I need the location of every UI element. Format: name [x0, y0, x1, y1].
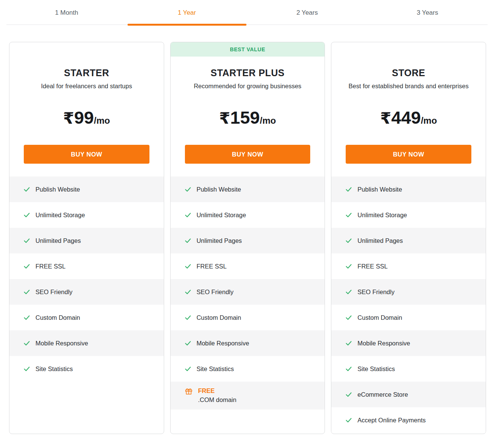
feature-label: Unlimited Pages	[357, 237, 403, 244]
feature-row: Publish Website	[9, 176, 164, 202]
check-icon	[185, 340, 191, 347]
feature-label: Unlimited Storage	[197, 212, 246, 219]
feature-row: Publish Website	[171, 176, 325, 202]
feature-label: Custom Domain	[357, 314, 402, 321]
best-value-badge: BEST VALUE	[171, 42, 325, 57]
feature-label: Site Statistics	[35, 365, 73, 373]
feature-label: Custom Domain	[197, 314, 241, 321]
gift-icon	[185, 387, 193, 396]
plan-tagline: Best for established brands and enterpri…	[331, 83, 486, 90]
check-icon	[23, 212, 30, 218]
feature-label: Unlimited Storage	[357, 212, 407, 219]
feature-list: Publish WebsiteUnlimited StorageUnlimite…	[171, 176, 325, 410]
feature-list: Publish WebsiteUnlimited StorageUnlimite…	[9, 176, 164, 382]
badge-spacer	[9, 42, 164, 57]
feature-label: Site Statistics	[357, 365, 395, 373]
price-amount: 99	[74, 107, 94, 127]
price-amount: 159	[230, 107, 260, 127]
check-icon	[185, 212, 191, 218]
feature-row: Mobile Responsive	[9, 330, 164, 356]
price-period: /mo	[260, 115, 276, 126]
currency-symbol: ₹	[63, 109, 74, 127]
feature-label: .COM domain	[198, 395, 237, 405]
feature-row: Unlimited Pages	[9, 228, 164, 253]
feature-label: SEO Friendly	[35, 288, 72, 296]
feature-row: Accept Online Payments	[331, 407, 486, 433]
feature-row: Publish Website	[331, 176, 486, 202]
check-icon	[345, 263, 352, 270]
check-icon	[345, 365, 352, 372]
check-icon	[23, 365, 30, 372]
check-icon	[23, 314, 30, 321]
feature-row: Unlimited Pages	[331, 228, 486, 253]
feature-row: SEO Friendly	[171, 279, 325, 305]
buy-now-button-store[interactable]: BUY NOW	[346, 145, 471, 164]
check-icon	[185, 186, 191, 193]
feature-label: Mobile Responsive	[357, 340, 410, 347]
plan-card-starter: STARTER Ideal for freelancers and startu…	[9, 42, 164, 434]
currency-symbol: ₹	[380, 109, 391, 127]
feature-row: Site Statistics	[171, 356, 325, 382]
feature-row: FREE SSL	[171, 253, 325, 279]
feature-label: Unlimited Pages	[35, 237, 81, 244]
plan-tagline: Ideal for freelancers and startups	[9, 83, 164, 90]
plan-name: STARTER PLUS	[171, 68, 325, 78]
tab-2-years[interactable]: 2 Years	[247, 0, 368, 25]
pricing-cards: STARTER Ideal for freelancers and startu…	[9, 42, 486, 434]
feature-label: Site Statistics	[197, 365, 234, 373]
plan-card-starter-plus: BEST VALUE STARTER PLUS Recommended for …	[170, 42, 325, 434]
feature-row: SEO Friendly	[331, 279, 486, 305]
feature-row: Unlimited Storage	[9, 202, 164, 228]
check-icon	[345, 186, 352, 193]
tab-label: 3 Years	[417, 9, 438, 16]
feature-row: Unlimited Storage	[171, 202, 325, 228]
feature-label: Unlimited Pages	[197, 237, 242, 244]
check-icon	[23, 237, 30, 244]
currency-symbol: ₹	[219, 109, 230, 127]
feature-label: Unlimited Storage	[35, 212, 85, 219]
plan-price: ₹449/mo	[331, 107, 486, 132]
price-amount: 449	[391, 107, 421, 127]
tab-3-years[interactable]: 3 Years	[367, 0, 488, 25]
buy-now-button-starter-plus[interactable]: BUY NOW	[185, 145, 311, 164]
feature-label: FREE SSL	[357, 263, 388, 270]
feature-row: Unlimited Pages	[171, 228, 325, 253]
check-icon	[185, 288, 191, 295]
check-icon	[345, 237, 352, 244]
check-icon	[185, 314, 191, 321]
check-icon	[185, 365, 191, 372]
feature-row: Mobile Responsive	[331, 330, 486, 356]
tab-label: 1 Year	[178, 9, 196, 16]
check-icon	[23, 340, 30, 347]
feature-label: eCommerce Store	[357, 391, 408, 398]
check-icon	[185, 263, 191, 270]
check-icon	[345, 391, 352, 398]
feature-row: Custom Domain	[9, 305, 164, 330]
feature-label: FREE SSL	[197, 263, 227, 270]
plan-tagline: Recommended for growing businesses	[171, 83, 325, 90]
feature-label: Custom Domain	[35, 314, 80, 321]
check-icon	[345, 340, 352, 347]
check-icon	[23, 263, 30, 270]
tab-1-month[interactable]: 1 Month	[6, 0, 127, 25]
feature-row: Mobile Responsive	[171, 330, 325, 356]
feature-row-free-domain: FREE.COM domain	[171, 382, 325, 410]
feature-label: Accept Online Payments	[357, 417, 426, 424]
feature-row: Unlimited Storage	[331, 202, 486, 228]
feature-row: FREE SSL	[9, 253, 164, 279]
feature-label: SEO Friendly	[197, 288, 234, 296]
tab-label: 2 Years	[297, 9, 318, 16]
free-highlight: FREE	[198, 387, 237, 395]
billing-period-tabs: 1 Month 1 Year 2 Years 3 Years	[6, 0, 488, 25]
price-period: /mo	[421, 115, 437, 126]
check-icon	[345, 314, 352, 321]
check-icon	[23, 288, 30, 295]
tab-1-year[interactable]: 1 Year	[127, 0, 247, 25]
check-icon	[345, 417, 352, 423]
feature-label: Mobile Responsive	[35, 340, 88, 347]
feature-label: SEO Friendly	[357, 288, 394, 296]
feature-row: eCommerce Store	[331, 382, 486, 407]
buy-now-button-starter[interactable]: BUY NOW	[24, 145, 149, 164]
feature-label: Mobile Responsive	[197, 340, 249, 347]
feature-label: Publish Website	[35, 186, 80, 193]
